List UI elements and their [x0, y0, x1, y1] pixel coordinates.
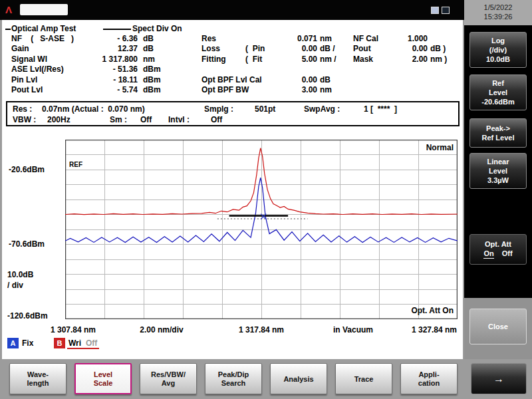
pin-unit: dBm — [143, 75, 172, 84]
bpf-bw-e1 — [353, 85, 386, 94]
level-scale-button[interactable]: LevelScale — [74, 363, 132, 394]
trace-a-badge: A — [7, 338, 19, 348]
ref-level-line1: Ref — [492, 79, 504, 87]
param-row-bpf-bw: Opt BPF BW3.00nm — [201, 85, 454, 94]
pin-value: - 18.11 — [96, 75, 138, 84]
bpf-cal-e2 — [389, 75, 428, 84]
level-scale-line2: Scale — [94, 379, 113, 387]
param-row-fitting: Fitting( Fit5.00nm /Mask2.00nm ) — [201, 55, 454, 64]
loss-label: Loss — [201, 44, 243, 53]
res-paren — [245, 34, 273, 43]
status-vbw-label: VBW : — [13, 115, 36, 124]
fit-value: 5.00 — [276, 55, 317, 64]
trace-label: Trace — [354, 375, 374, 383]
ref-level-value: -20.6dBm — [481, 98, 515, 106]
close-button[interactable]: Close — [469, 309, 527, 344]
osa-screen: Λ Optical Amp Test Spect Div On NF ( S-A… — [0, 0, 532, 399]
status-intvl-value: Off — [211, 115, 222, 124]
peak-to-ref-button[interactable]: Peak-> Ref Level — [469, 118, 527, 148]
loss-pin-value: 0.00 — [276, 44, 317, 53]
mask-label: Mask — [353, 55, 386, 64]
trace-b-mode: Wri — [68, 338, 81, 348]
date-label: 1/5/2022 — [464, 3, 532, 12]
loss-pin-label: ( Pin — [245, 44, 273, 53]
header-rule-left — [5, 29, 11, 30]
loss-pout-unit: dB ) — [430, 44, 454, 53]
param-row-pin: Pin Lvl- 18.11dBm — [11, 75, 172, 84]
next-menu-button[interactable]: → — [471, 363, 527, 394]
loss-pout-label: Pout — [353, 44, 386, 53]
trace-button[interactable]: Trace — [335, 363, 392, 394]
linear-level-line1: Linear — [487, 158, 509, 166]
application-button[interactable]: Appli-cation — [400, 363, 458, 394]
softkey-sidebar: 1/5/2022 15:39:26 Log (/div) 10.0dB Ref … — [464, 0, 532, 359]
bpf-bw-sp — [245, 85, 273, 94]
nf-value: - 6.36 — [96, 34, 138, 43]
bpf-cal-sp — [245, 75, 273, 84]
param-row-loss: Loss( Pin0.00dB /Pout0.00dB ) — [201, 44, 454, 53]
close-button-label: Close — [488, 323, 508, 331]
ase-label: ASE Lvl(/Res) — [11, 65, 91, 74]
param-row-nf: NF ( S-ASE )- 6.36dB — [11, 34, 172, 43]
log-div-button[interactable]: Log (/div) 10.0dB — [469, 32, 527, 68]
status-sm-label: Sm : — [110, 115, 127, 124]
linear-level-value: 3.3µW — [487, 176, 509, 184]
peak-to-ref-line1: Peak-> — [486, 124, 510, 132]
param-row-ase: ASE Lvl(/Res)- 51.36dBm — [11, 65, 172, 74]
signal-wl-value: 1 317.800 — [96, 55, 138, 64]
test-title: Optical Amp Test — [11, 24, 76, 33]
signal-wl-label: Signal Wl — [11, 55, 91, 64]
res-end — [430, 34, 454, 43]
trace-mode-label: Normal — [398, 143, 454, 152]
wavelength-button[interactable]: Wave-length — [9, 363, 66, 394]
nf-unit: dB — [143, 34, 172, 43]
analysis-button[interactable]: Analysis — [270, 363, 327, 394]
res-unit: nm — [320, 34, 350, 43]
spectrum-plot — [65, 140, 458, 319]
bpf-bw-unit: nm — [320, 85, 350, 94]
fitting-label: Fitting — [201, 55, 243, 64]
res-vbw-line2: Avg — [162, 379, 175, 387]
header-rule-mid — [103, 29, 131, 30]
nf-label: NF ( S-ASE ) — [11, 34, 91, 43]
param-row-pout: Pout Lvl- 5.74dBm — [11, 85, 172, 94]
log-div-line2: (/div) — [489, 46, 507, 54]
wavelength-line1: Wave- — [27, 370, 49, 378]
status-res-value: 0.07nm (Actual : 0.070 nm) — [42, 104, 145, 114]
peak-dip-search-button[interactable]: Peak/DipSearch — [205, 363, 262, 394]
fit-unit: nm / — [320, 55, 350, 64]
bpf-cal-e1 — [353, 75, 386, 84]
peak-dip-line1: Peak/Dip — [218, 370, 249, 378]
log-div-value: 10.0dB — [486, 55, 510, 63]
bpf-bw-e2 — [389, 85, 428, 94]
peak-dip-line2: Search — [221, 379, 246, 387]
pout-unit: dBm — [143, 85, 172, 94]
ref-level-button[interactable]: Ref Level -20.6dBm — [469, 74, 527, 110]
opt-att-off-option[interactable]: Off — [502, 249, 513, 259]
opt-att-title: Opt. Att — [485, 240, 511, 248]
status-smplg-value: 501pt — [255, 104, 275, 114]
status-vbw-value: 200Hz — [47, 115, 70, 124]
trace-b-badge: B — [54, 338, 65, 348]
y-label-ref: -20.6dBm — [9, 165, 45, 174]
opt-att-toggle[interactable]: Opt. Att On Off — [469, 234, 527, 265]
window-close-icon[interactable] — [442, 7, 450, 14]
time-label: 15:39:26 — [464, 12, 532, 21]
opt-att-on-option[interactable]: On — [483, 249, 493, 259]
status-sm-value: Off — [140, 115, 152, 124]
window-restore-icon[interactable] — [431, 7, 439, 14]
bpf-bw-value: 3.00 — [276, 85, 317, 94]
linear-level-line2: Level — [489, 167, 507, 175]
trace-b-state: Off — [86, 338, 97, 348]
titlebar: Λ — [0, 0, 464, 20]
peak-to-ref-line2: Ref Level — [482, 134, 515, 142]
nf-cal-value: 1.000 — [389, 34, 428, 43]
spectrum-chart: REF Normal Opt. Att On — [65, 140, 458, 319]
res-vbw-avg-button[interactable]: Res/VBW/Avg — [140, 363, 197, 394]
datetime-display: 1/5/2022 15:39:26 — [464, 0, 532, 25]
param-row-res: Res0.071nmNF Cal1.000 — [201, 34, 454, 43]
x-label-start: 1 307.84 nm — [40, 325, 106, 334]
ase-unit: dBm — [143, 65, 172, 74]
linear-level-button[interactable]: Linear Level 3.3µW — [469, 153, 527, 189]
gain-label: Gain — [11, 44, 91, 53]
